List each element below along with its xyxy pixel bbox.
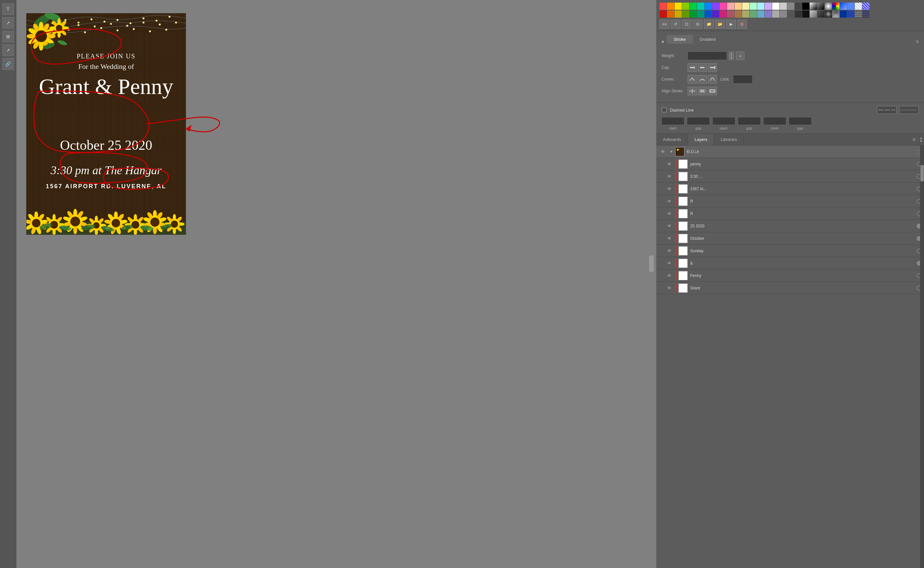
color-swatch-cream[interactable] [742, 3, 749, 10]
tool-text[interactable]: T [2, 3, 14, 15]
eye-icon-1[interactable]: 👁 [665, 160, 673, 168]
eye-icon-group[interactable]: 👁 [659, 148, 667, 156]
layer-row-10[interactable]: 👁Penny [656, 269, 924, 282]
align-inside-btn[interactable] [698, 87, 707, 95]
tool-align-btn[interactable]: ≡≡ [659, 20, 670, 29]
color-swatch2-13[interactable] [750, 11, 757, 18]
cap-round-btn[interactable] [698, 63, 707, 72]
color-swatch-mint[interactable] [750, 3, 757, 10]
eye-icon-3[interactable]: 👁 [665, 185, 673, 193]
color-swatch-black[interactable] [802, 3, 809, 10]
color-swatch-blue[interactable] [704, 3, 712, 10]
corner-miter-btn[interactable] [688, 75, 697, 83]
color-swatch2-14[interactable] [757, 11, 764, 18]
dash-input-2[interactable] [712, 117, 735, 125]
tool-folder-btn[interactable]: 📂 [715, 20, 725, 29]
dash-pattern-1[interactable] [877, 106, 897, 114]
color-swatch2-6[interactable] [697, 11, 704, 18]
align-outside-btn[interactable] [708, 87, 717, 95]
weight-input[interactable] [688, 51, 727, 60]
eye-icon-5[interactable]: 👁 [665, 210, 673, 218]
eye-icon-10[interactable]: 👁 [665, 272, 673, 279]
color-swatch2-23[interactable] [825, 11, 832, 18]
tool-rotate-btn[interactable]: ↺ [671, 20, 680, 29]
tool-delete-btn[interactable]: 🗑 [737, 20, 747, 29]
color-swatch2-17[interactable] [780, 11, 787, 18]
color-swatch2-7[interactable] [704, 11, 712, 18]
color-swatch-spectrum[interactable] [832, 3, 839, 10]
color-swatch-orange[interactable] [667, 3, 674, 10]
layer-row-11[interactable]: 👁Grant [656, 282, 924, 294]
color-swatch2-1[interactable] [659, 11, 667, 18]
color-swatch2-8[interactable] [712, 11, 719, 18]
tab-layers[interactable]: Layers [688, 134, 714, 145]
color-swatch-gray[interactable] [787, 3, 794, 10]
color-swatch2-16[interactable] [772, 11, 779, 18]
color-swatch2-26[interactable] [847, 11, 854, 18]
stroke-tab[interactable]: Stroke [667, 35, 693, 44]
panel-scroll-up[interactable]: ▲ [919, 136, 923, 140]
color-swatch-radial[interactable] [825, 3, 832, 10]
dash-input-3[interactable] [763, 117, 786, 125]
color-swatch2-19[interactable] [795, 11, 802, 18]
color-swatch2-10[interactable] [727, 11, 734, 18]
color-swatch-lavender[interactable] [765, 3, 772, 10]
eye-icon-7[interactable]: 👁 [665, 234, 673, 242]
weight-dropdown[interactable]: ∨ [736, 51, 744, 60]
layers-scrollbar[interactable] [920, 145, 924, 568]
color-swatch2-21[interactable] [810, 11, 817, 18]
weight-spinner[interactable]: ▲ ▼ [729, 51, 734, 60]
eye-icon-6[interactable]: 👁 [665, 222, 673, 230]
tool-export[interactable]: ↗ [2, 44, 14, 56]
weight-down-btn[interactable]: ▼ [729, 56, 734, 60]
eye-icon-4[interactable]: 👁 [665, 197, 673, 205]
color-swatch-pattern1[interactable] [855, 3, 862, 10]
gradient-tab[interactable]: Gradient [693, 35, 723, 44]
color-swatch2-20[interactable] [802, 11, 809, 18]
eye-icon-2[interactable]: 👁 [665, 172, 673, 180]
dash-input-1[interactable] [662, 117, 684, 125]
tab-artboards[interactable]: Artboards [656, 134, 688, 145]
color-swatch2-18[interactable] [787, 11, 794, 18]
color-swatch-white[interactable] [772, 3, 779, 10]
color-swatch-green[interactable] [689, 3, 697, 10]
dashed-line-checkbox[interactable] [662, 107, 667, 113]
layer-row-group[interactable]: 👁 ▼ Ð,Ü,i,è [656, 145, 924, 158]
layer-row-6[interactable]: 👁25 2020 [656, 220, 924, 232]
tab-libraries[interactable]: Libraries [714, 134, 744, 145]
gap-input-3[interactable] [789, 117, 812, 125]
layer-row-2[interactable]: 👁3:30 ... [656, 170, 924, 183]
color-swatch-medblue[interactable] [847, 3, 854, 10]
panel-scroll-down[interactable]: ▼ [919, 140, 923, 143]
layer-row-1[interactable]: 👁penny [656, 158, 924, 170]
eye-icon-8[interactable]: 👁 [665, 247, 673, 255]
tool-next-btn[interactable]: ▶ [726, 20, 736, 29]
color-swatch2-25[interactable] [840, 11, 847, 18]
color-swatch-lightgray[interactable] [780, 3, 787, 10]
weight-up-btn[interactable]: ▲ [729, 51, 734, 56]
layers-panel-menu-btn[interactable]: ≡ [909, 137, 919, 143]
tool-grid[interactable]: ⊞ [2, 31, 14, 42]
color-swatch-red[interactable] [659, 3, 667, 10]
tool-link[interactable]: 🔗 [2, 58, 14, 70]
color-swatch-yellow[interactable] [674, 3, 682, 10]
layer-row-9[interactable]: 👁& [656, 257, 924, 269]
color-swatch-gradient1[interactable] [810, 3, 817, 10]
group-arrow[interactable]: ▼ [670, 150, 673, 154]
layer-row-8[interactable]: 👁Sunday [656, 245, 924, 257]
color-swatch-teal[interactable] [697, 3, 704, 10]
color-swatch-lime[interactable] [682, 3, 689, 10]
color-swatch-lightpink[interactable] [727, 3, 734, 10]
color-swatch2-2[interactable] [667, 11, 674, 18]
layer-row-3[interactable]: 👁1567 Ai... [656, 183, 924, 195]
align-center-btn[interactable] [688, 87, 697, 95]
color-swatch-pattern2[interactable] [862, 3, 869, 10]
tool-select[interactable]: ↗ [2, 17, 14, 29]
color-swatch2-22[interactable] [817, 11, 824, 18]
layer-row-4[interactable]: 👁R [656, 195, 924, 207]
color-swatch2-27[interactable] [855, 11, 862, 18]
tool-expand-btn[interactable]: ⊡ [682, 20, 692, 29]
color-swatch2-24[interactable] [832, 11, 839, 18]
dash-pattern-2[interactable] [899, 106, 919, 114]
layers-scrollbar-thumb[interactable] [920, 165, 924, 181]
